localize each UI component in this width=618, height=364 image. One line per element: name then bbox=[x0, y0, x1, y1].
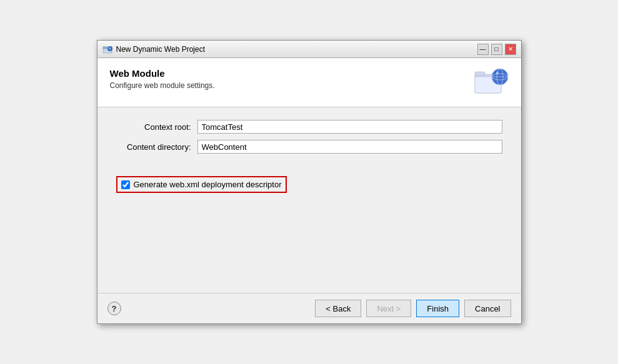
content-section: Context root: Content directory: Generat… bbox=[97, 107, 521, 293]
footer-buttons: < Back Next > Finish Cancel bbox=[315, 300, 511, 317]
next-button[interactable]: Next > bbox=[366, 300, 411, 317]
minimize-button[interactable]: — bbox=[477, 44, 489, 55]
context-root-input[interactable] bbox=[197, 120, 502, 134]
svg-rect-6 bbox=[475, 72, 485, 76]
title-bar-left: New Dynamic Web Project bbox=[102, 44, 206, 54]
help-button[interactable]: ? bbox=[107, 302, 121, 315]
cancel-button[interactable]: Cancel bbox=[464, 300, 511, 317]
finish-button[interactable]: Finish bbox=[416, 300, 459, 317]
back-button[interactable]: < Back bbox=[315, 300, 361, 317]
context-root-row: Context root: bbox=[116, 120, 502, 134]
generate-xml-checkbox[interactable] bbox=[121, 180, 130, 189]
footer-left: ? bbox=[107, 302, 121, 315]
content-directory-row: Content directory: bbox=[116, 140, 502, 154]
svg-rect-1 bbox=[103, 47, 107, 49]
close-button[interactable]: ✕ bbox=[505, 44, 516, 55]
generate-xml-label: Generate web.xml deployment descriptor bbox=[134, 180, 282, 189]
context-root-label: Context root: bbox=[116, 122, 197, 132]
header-icon bbox=[474, 66, 509, 97]
dialog-title-icon bbox=[102, 44, 112, 54]
title-bar-controls: — □ ✕ bbox=[477, 44, 516, 55]
header-title: Web Module bbox=[110, 68, 215, 79]
dialog-window: New Dynamic Web Project — □ ✕ Web Module… bbox=[97, 40, 522, 324]
header-description: Configure web module settings. bbox=[110, 81, 215, 90]
content-spacer bbox=[116, 193, 502, 280]
maximize-button[interactable]: □ bbox=[491, 44, 502, 55]
title-bar: New Dynamic Web Project — □ ✕ bbox=[97, 41, 521, 58]
svg-point-13 bbox=[496, 72, 499, 74]
content-directory-label: Content directory: bbox=[116, 142, 197, 152]
header-section: Web Module Configure web module settings… bbox=[97, 58, 521, 107]
header-text: Web Module Configure web module settings… bbox=[110, 68, 215, 90]
generate-xml-checkbox-row[interactable]: Generate web.xml deployment descriptor bbox=[116, 176, 287, 193]
footer-section: ? < Back Next > Finish Cancel bbox=[97, 293, 521, 323]
svg-point-3 bbox=[108, 47, 111, 50]
content-directory-input[interactable] bbox=[197, 140, 502, 154]
svg-point-4 bbox=[109, 47, 110, 49]
title-bar-text: New Dynamic Web Project bbox=[116, 45, 206, 54]
